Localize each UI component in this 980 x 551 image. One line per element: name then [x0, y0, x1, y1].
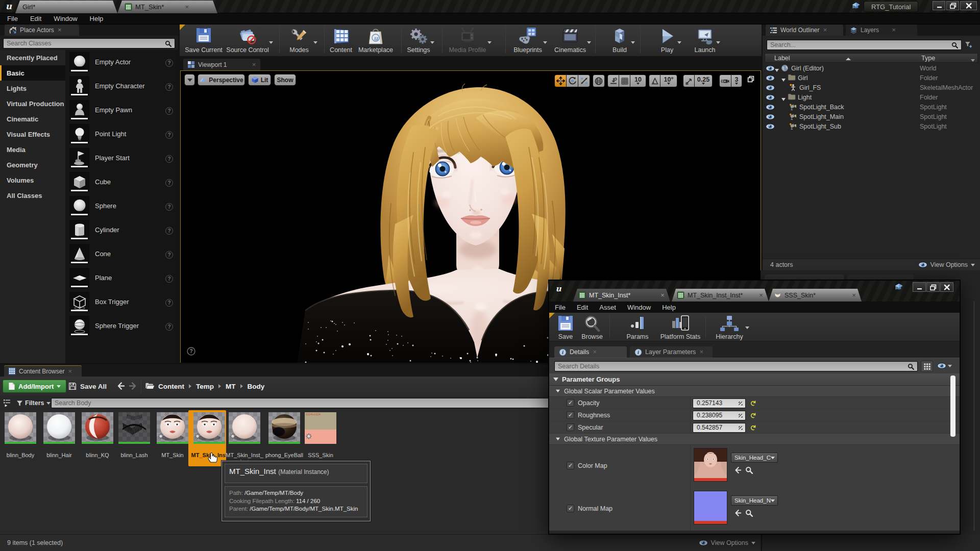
toolbar-dropdown-wrap[interactable]: [587, 37, 591, 46]
toolbar-save-current-button[interactable]: Save Current: [182, 24, 226, 54]
toolbar-dropdown-wrap[interactable]: [487, 37, 492, 46]
toolbar-dropdown-wrap[interactable]: [269, 37, 273, 46]
breadcrumb-mt[interactable]: MT: [226, 383, 236, 390]
rotate-tool-button[interactable]: [566, 74, 578, 87]
place-item-sphere-trigger[interactable]: Sphere Trigger: [65, 314, 178, 338]
help-icon[interactable]: [165, 107, 173, 115]
nav-back-button[interactable]: [116, 382, 127, 391]
window-restore-button[interactable]: [946, 1, 959, 10]
param-reset-wrap[interactable]: [750, 424, 756, 431]
outliner-row-spotlight-back[interactable]: SpotLight_BackSpotLight: [764, 102, 979, 112]
sources-panel-icon[interactable]: [3, 398, 12, 407]
menu-file[interactable]: File: [1, 13, 24, 24]
toolbar-build-button[interactable]: Build: [605, 24, 634, 54]
help-icon[interactable]: [165, 323, 173, 331]
asset-tile-sss_skin[interactable]: 1024x1024SSS_Skin: [301, 412, 340, 459]
reset-to-default-icon[interactable]: [750, 399, 756, 406]
outliner-col-type[interactable]: Type: [921, 55, 935, 62]
mi-browse-button[interactable]: Browse: [579, 315, 605, 340]
mi-tab-sss-skin[interactable]: SSS_Skin*: [769, 289, 862, 302]
place-item-plane[interactable]: Plane: [65, 266, 178, 290]
asset-tile-blinn_kq[interactable]: blinn_KQ: [78, 412, 117, 459]
mi-tab-mt-skin-inst-inst[interactable]: MT_Skin_Inst_Inst*: [672, 289, 769, 302]
toolbar-marketplace-button[interactable]: uMarketplace: [356, 24, 396, 54]
mi-close-button[interactable]: [940, 282, 953, 292]
scale-tool-button[interactable]: [578, 74, 590, 87]
mi-params-button[interactable]: Params: [624, 315, 651, 340]
param-value-box[interactable]: 0.542857: [693, 423, 746, 433]
breadcrumb-content[interactable]: Content: [158, 383, 184, 390]
asset-tile-mt_skin_inst_inst[interactable]: MT_Skin_Inst_Inst: [225, 412, 264, 465]
viewport-show-button[interactable]: Show: [274, 74, 296, 86]
help-icon[interactable]: [165, 131, 173, 139]
back-icon[interactable]: [116, 382, 125, 390]
place-item-box-trigger[interactable]: Box Trigger: [65, 290, 178, 314]
place-item-cylinder[interactable]: Cylinder: [65, 218, 178, 242]
place-item-empty-character[interactable]: Empty Character: [65, 74, 178, 98]
place-item-empty-actor[interactable]: Empty Actor: [65, 50, 178, 74]
mi-platform-stats-button[interactable]: Platform Stats: [657, 315, 703, 340]
asset-tile-blinn_lash[interactable]: blinn_Lash: [115, 412, 154, 459]
help-icon[interactable]: [165, 155, 173, 163]
place-category-visual-effects[interactable]: Visual Effects: [0, 127, 65, 142]
move-tool-button[interactable]: [554, 74, 567, 87]
asset-tile-blinn_body[interactable]: blinn_Body: [1, 412, 40, 459]
add-import-button[interactable]: Add/Import: [3, 380, 66, 393]
save-all-button[interactable]: Save All: [68, 380, 107, 393]
place-category-geometry[interactable]: Geometry: [0, 157, 65, 172]
color-map-dropdown[interactable]: Skin_Head_C: [731, 453, 778, 463]
normal-map-use-selected[interactable]: [734, 509, 742, 519]
mi-tab-close-icon[interactable]: [758, 293, 764, 298]
help-icon[interactable]: [165, 227, 173, 235]
place-item-help[interactable]: [165, 58, 173, 67]
value-drag-icon[interactable]: [738, 413, 743, 418]
mi-menu-edit[interactable]: Edit: [571, 302, 594, 313]
nav-forward-button[interactable]: [129, 382, 139, 391]
outliner-row-girl-folder[interactable]: GirlFolder: [764, 73, 979, 83]
asset-tab-mtskin[interactable]: MT_Skin*: [117, 1, 217, 13]
toolbar-dropdown-wrap[interactable]: [677, 37, 681, 46]
reset-to-default-icon[interactable]: [750, 412, 756, 418]
maximize-viewport-button[interactable]: [747, 76, 757, 86]
place-item-sphere[interactable]: Sphere: [65, 194, 178, 218]
visibility-eye-icon[interactable]: [766, 94, 775, 101]
expand-arrow-icon[interactable]: [781, 98, 786, 101]
toolbar-cinematics-button[interactable]: Cinematics: [550, 24, 590, 54]
outliner-col-label[interactable]: Label: [774, 55, 790, 62]
expand-arrow-icon[interactable]: [781, 79, 786, 82]
camera-speed-icon[interactable]: [721, 77, 730, 86]
scale-snap-button[interactable]: [683, 74, 695, 87]
tutorial-cap-wrap[interactable]: [851, 1, 862, 11]
normal-map-browse[interactable]: [745, 509, 753, 519]
mi-tab-details[interactable]: iDetails: [554, 346, 627, 358]
help-icon[interactable]: [165, 251, 173, 259]
tab-place-actors[interactable]: Place Actors: [5, 24, 79, 36]
menu-window[interactable]: Window: [47, 13, 83, 24]
toolbar-launch-button[interactable]: Launch: [691, 24, 719, 54]
place-item-help[interactable]: [165, 178, 173, 187]
toolbar-content-button[interactable]: Content: [327, 24, 355, 54]
param-checkbox[interactable]: [567, 462, 574, 469]
expand-arrow-icon[interactable]: [775, 69, 779, 72]
help-icon[interactable]: [165, 275, 173, 283]
filters-button[interactable]: Filters: [16, 398, 51, 408]
visibility-eye-icon[interactable]: [766, 114, 775, 120]
toolbar-play-button[interactable]: Play: [654, 24, 680, 54]
mi-details-close-icon[interactable]: [592, 349, 597, 355]
outliner-col-options[interactable]: [971, 56, 975, 63]
camera-speed-button[interactable]: [719, 74, 731, 87]
toolbar-media-profile-button[interactable]: Media Profile: [445, 24, 491, 54]
outliner-row-spotlight-sub[interactable]: SpotLight_SubSpotLight: [764, 121, 979, 131]
toolbar-source-control-button[interactable]: Source Control: [223, 24, 272, 54]
surface-snap-button[interactable]: [607, 74, 619, 87]
viewport-perspective-button[interactable]: Perspective: [198, 74, 245, 86]
use-selected-icon2[interactable]: [734, 509, 742, 517]
world-space-icon[interactable]: [595, 77, 603, 85]
tab-close-icon[interactable]: [184, 5, 189, 10]
toolbar-dropdown-wrap[interactable]: [430, 37, 434, 46]
place-item-player-start[interactable]: Player Start: [65, 146, 178, 170]
forward-icon[interactable]: [129, 382, 137, 390]
help-icon[interactable]: [165, 299, 173, 307]
place-item-help[interactable]: [165, 82, 173, 91]
param-checkbox[interactable]: [567, 423, 574, 431]
